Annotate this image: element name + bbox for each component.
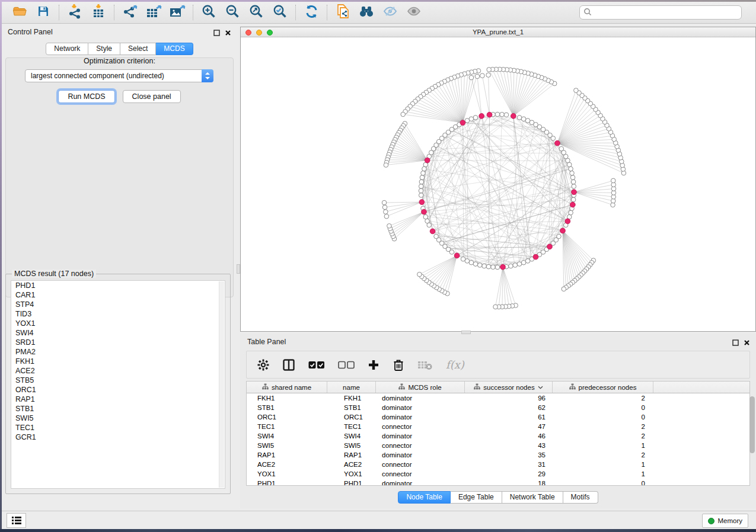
- mcds-result-item[interactable]: RAP1: [11, 395, 225, 404]
- table-scrollbar-thumb[interactable]: [749, 396, 755, 453]
- cell-successor_nodes: 43: [465, 441, 553, 450]
- criterion-select-value: largest connected component (undirected): [31, 72, 164, 80]
- table-row[interactable]: ACE2ACE2connector311: [247, 460, 749, 469]
- mcds-result-item[interactable]: ORC1: [11, 385, 225, 395]
- eye-icon: [406, 4, 422, 21]
- export-table-button[interactable]: [142, 4, 165, 21]
- open-file-button[interactable]: [8, 4, 31, 21]
- mcds-result-item[interactable]: TEC1: [11, 423, 225, 432]
- column-header-shared-name[interactable]: shared name: [247, 382, 327, 393]
- tab-node-table[interactable]: Node Table: [398, 491, 451, 504]
- tab-style[interactable]: Style: [88, 43, 120, 55]
- criterion-select[interactable]: largest connected component (undirected): [25, 69, 213, 82]
- table-row[interactable]: STB1STB1dominator620: [247, 403, 749, 412]
- mcds-result-item[interactable]: STP4: [11, 300, 225, 309]
- zoom-fit-button[interactable]: [244, 4, 268, 21]
- import-table-button[interactable]: [87, 4, 110, 21]
- run-mcds-button[interactable]: Run MCDS: [58, 90, 114, 103]
- tab-mcds[interactable]: MCDS: [156, 43, 193, 55]
- export-image-button[interactable]: [165, 4, 189, 21]
- cell-successor_nodes: 35: [465, 450, 553, 460]
- toolbar-separator: [59, 5, 59, 20]
- tab-select[interactable]: Select: [120, 43, 156, 55]
- cell-name: SWI5: [327, 441, 376, 450]
- column-panel-button[interactable]: [282, 358, 295, 371]
- table-settings-button[interactable]: [257, 359, 269, 371]
- mcds-result-item[interactable]: TID3: [11, 309, 225, 319]
- column-header-MCDS-role[interactable]: MCDS role: [376, 382, 465, 393]
- table-row[interactable]: ORC1ORC1dominator610: [247, 412, 749, 422]
- task-history-button[interactable]: [7, 513, 26, 528]
- memory-label: Memory: [717, 517, 742, 524]
- hide-selected-button[interactable]: [378, 4, 402, 21]
- cell-successor_nodes: 31: [465, 460, 553, 469]
- mcds-result-item[interactable]: GCR1: [11, 432, 225, 442]
- tab-network[interactable]: Network: [46, 43, 88, 55]
- zoom-out-button[interactable]: [221, 4, 244, 21]
- status-bar: Memory: [2, 511, 756, 529]
- zoom-selected-icon: [272, 4, 288, 22]
- apply-layout-button[interactable]: [299, 4, 323, 21]
- cell-predecessor_nodes: 2: [553, 450, 653, 460]
- cell-mcds_role: connector: [376, 441, 465, 450]
- mcds-result-item[interactable]: PHD1: [11, 281, 225, 290]
- table-row[interactable]: YOX1YOX1connector291: [247, 469, 749, 479]
- network-graph[interactable]: [241, 37, 756, 332]
- vertical-splitter-handle[interactable]: [237, 264, 240, 274]
- cell-successor_nodes: 47: [465, 422, 553, 431]
- column-header-successor-nodes[interactable]: successor nodes: [465, 382, 553, 393]
- close-panel-button[interactable]: Close panel: [123, 90, 181, 103]
- tab-network-table[interactable]: Network Table: [502, 491, 563, 504]
- mcds-result-item[interactable]: STB5: [11, 376, 225, 385]
- mcds-result-item[interactable]: YOX1: [11, 319, 225, 328]
- save-session-button[interactable]: [31, 4, 55, 21]
- cell-mcds_role: dominator: [376, 431, 465, 441]
- tab-edge-table[interactable]: Edge Table: [451, 491, 502, 504]
- control-panel-header: Control Panel: [2, 24, 237, 39]
- network-canvas[interactable]: [241, 37, 755, 331]
- add-column-button[interactable]: [368, 359, 379, 371]
- mcds-result-item[interactable]: STB1: [11, 404, 225, 414]
- mcds-result-item[interactable]: SWI5: [11, 414, 225, 423]
- zoom-in-button[interactable]: [197, 4, 221, 21]
- float-panel-icon[interactable]: [732, 338, 739, 348]
- list-icon: [11, 516, 22, 525]
- search-input[interactable]: [579, 5, 742, 20]
- mcds-result-item[interactable]: SWI4: [11, 328, 225, 338]
- clone-network-button[interactable]: [331, 4, 355, 21]
- memory-button[interactable]: Memory: [702, 514, 748, 528]
- mcds-result-item[interactable]: PMA2: [11, 347, 225, 357]
- table-row[interactable]: RAP1RAP1dominator352: [247, 450, 749, 460]
- show-all-button[interactable]: [402, 4, 426, 21]
- mcds-result-list[interactable]: PHD1CAR1STP4TID3YOX1SWI4SRD1PMA2FKH1ACE2…: [11, 280, 225, 489]
- float-panel-icon[interactable]: [213, 28, 220, 39]
- close-panel-icon[interactable]: [225, 28, 231, 39]
- zoom-selected-button[interactable]: [268, 4, 292, 21]
- table-row[interactable]: SWI5SWI5connector431: [247, 441, 749, 450]
- import-network-button[interactable]: [63, 4, 87, 21]
- delete-column-button[interactable]: [393, 358, 404, 371]
- horizontal-splitter-handle[interactable]: [461, 331, 471, 334]
- tab-motifs[interactable]: Motifs: [563, 491, 598, 504]
- table-row[interactable]: SWI4SWI4dominator462: [247, 431, 749, 441]
- mcds-result-item[interactable]: FKH1: [11, 357, 225, 366]
- column-header-name[interactable]: name: [327, 382, 376, 393]
- cell-name: SWI4: [327, 431, 376, 441]
- export-network-button[interactable]: [118, 4, 142, 21]
- table-row[interactable]: TEC1TEC1connector472: [247, 422, 749, 431]
- cell-name: STB1: [327, 403, 376, 412]
- select-all-checkboxes-button[interactable]: [308, 361, 325, 369]
- mcds-result-item[interactable]: CAR1: [11, 290, 225, 300]
- column-header-predecessor-nodes[interactable]: predecessor nodes: [553, 382, 653, 393]
- find-button[interactable]: [355, 4, 378, 21]
- mcds-result-item[interactable]: SRD1: [11, 338, 225, 347]
- close-panel-icon[interactable]: [744, 338, 750, 348]
- table-panel: Table Panel f(x) shared namenameMCDS rol…: [240, 334, 756, 508]
- zoom-fit-icon: [248, 4, 264, 22]
- table-row[interactable]: PHD1PHD1dominator180: [247, 479, 749, 486]
- table-row[interactable]: FKH1FKH1dominator962: [247, 393, 749, 403]
- result-list-scrollbar[interactable]: [219, 281, 224, 488]
- network-window-titlebar[interactable]: YPA_prune.txt_1: [241, 27, 755, 37]
- deselect-all-checkboxes-button[interactable]: [338, 361, 355, 369]
- mcds-result-item[interactable]: ACE2: [11, 366, 225, 376]
